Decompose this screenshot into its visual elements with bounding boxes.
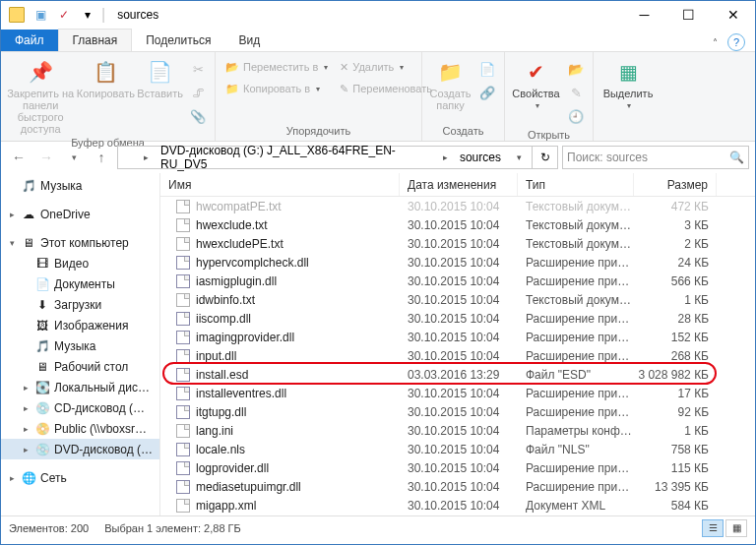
file-name: locale.nls [196,443,245,456]
sidebar-item[interactable]: ▸💽Локальный дис… [1,377,159,397]
sidebar-item[interactable]: ▸☁OneDrive [1,204,159,224]
sidebar-item[interactable]: 📄Документы [1,273,159,294]
file-date: 30.10.2015 10:04 [400,424,518,438]
address-bar[interactable]: ▸ DVD-дисковод (G:) J_ALL_X86-64FRE_EN-R… [117,146,558,169]
tab-file[interactable]: Файл [1,30,58,51]
col-name[interactable]: Имя [160,173,400,196]
back-button[interactable]: ← [7,146,31,169]
tab-share[interactable]: Поделиться [132,30,224,51]
address-dropdown[interactable]: ▾ [507,146,533,169]
file-row[interactable]: hwcompatPE.txt30.10.2015 10:04Текстовый … [160,197,755,215]
sidebar-item[interactable]: 🖼Изображения [1,315,159,335]
sidebar-item[interactable]: ▸💿DVD-дисковод (… [1,439,159,459]
file-row[interactable]: locale.nls30.10.2015 10:04Файл "NLS"758 … [160,440,755,458]
file-list[interactable]: hwcompatPE.txt30.10.2015 10:04Текстовый … [160,197,755,515]
file-name: hwexclude.txt [196,218,268,232]
file-row[interactable]: logprovider.dll30.10.2015 10:04Расширени… [160,458,755,477]
sidebar-item[interactable]: ▸💿CD-дисковод (… [1,397,159,418]
col-type[interactable]: Тип [518,173,634,196]
sidebar-item[interactable]: ▸🌐Сеть [1,467,159,488]
close-button[interactable]: ✕ [711,1,755,28]
file-icon [176,368,190,382]
file-name: install.esd [196,368,248,382]
file-size: 584 КБ [634,499,717,513]
sidebar-item[interactable]: ▾🖥Этот компьютер [1,232,159,253]
qat-dropdown[interactable]: ▾ [78,5,97,25]
qat-properties[interactable]: ▣ [31,5,50,25]
file-icon [176,443,190,456]
file-row[interactable]: idwbinfo.txt30.10.2015 10:04Текстовый до… [160,290,755,309]
minimize-button[interactable]: ─ [622,1,666,28]
help-button[interactable]: ? [727,33,745,51]
sidebar-item-label: DVD-дисковод (… [54,443,153,456]
up-button[interactable]: ↑ [90,146,113,169]
file-row[interactable]: hwexcludePE.txt30.10.2015 10:04Текстовый… [160,234,755,253]
file-row[interactable]: input.dll30.10.2015 10:04Расширение при…… [160,346,755,365]
sidebar-item[interactable]: 🎞Видео [1,253,159,273]
file-row[interactable]: hwexclude.txt30.10.2015 10:04Текстовый д… [160,215,755,234]
file-name: hypervcomplcheck.dll [196,256,309,270]
file-type: Расширение при… [518,349,634,363]
sidebar-item[interactable]: 🖥Рабочий стол [1,356,159,377]
pin-icon: 📌 [26,58,55,86]
forward-button[interactable]: → [34,146,58,169]
crumb-drive[interactable]: DVD-дисковод (G:) J_ALL_X86-64FRE_EN-RU_… [155,147,454,168]
expand-icon[interactable]: ▸ [7,210,17,219]
crumb-folder[interactable]: sources [454,147,507,168]
tab-view[interactable]: Вид [224,30,274,51]
folder-icon: 🖥 [21,235,36,251]
sidebar-item[interactable]: 🎵Музыка [1,175,159,196]
expand-icon[interactable]: ▾ [7,238,17,248]
maximize-button[interactable]: ☐ [666,1,711,28]
file-size: 24 КБ [634,256,717,270]
file-type: Документ XML [518,499,634,513]
folder-icon: ⬇ [34,297,50,313]
select-button[interactable]: ▦ Выделить ▾ [599,56,657,110]
open-button[interactable]: 📂 [565,58,587,80]
sidebar-item-label: Рабочий стол [54,360,128,374]
recent-dropdown[interactable]: ▾ [62,146,86,169]
sidebar-item[interactable]: 🎵Музыка [1,335,159,356]
view-details[interactable]: ☰ [702,519,724,537]
pin-button[interactable]: 📌 Закрепить на панели быстрого доступа [7,56,74,135]
file-row[interactable]: imagingprovider.dll30.10.2015 10:04Расши… [160,328,755,346]
file-type: Расширение при… [518,312,634,326]
file-type: Расширение при… [518,387,634,400]
expand-icon[interactable]: ▸ [21,424,31,434]
file-row[interactable]: mediasetupuimgr.dll30.10.2015 10:04Расши… [160,477,755,496]
group-open-label: Открыть [511,127,587,145]
sidebar-item[interactable]: ▸📀Public (\\vboxsr… [1,418,159,439]
properties-button[interactable]: ✔ Свойства ▾ [511,56,561,110]
view-icons[interactable]: ▦ [725,519,747,537]
col-size[interactable]: Размер [634,173,717,196]
file-icon [176,461,190,475]
file-row[interactable]: installeventres.dll30.10.2015 10:04Расши… [160,384,755,402]
sidebar-item[interactable]: ⬇Загрузки [1,294,159,315]
expand-icon[interactable]: ▸ [21,403,31,413]
titlebar[interactable]: ▣ ✓ ▾ | sources ─ ☐ ✕ [1,1,755,28]
ribbon-collapse[interactable]: ˄ [713,37,718,48]
tab-home[interactable]: Главная [58,29,133,51]
file-row[interactable]: iasmigplugin.dll30.10.2015 10:04Расширен… [160,272,755,290]
file-size: 566 КБ [634,274,717,288]
paste-icon: 📄 [146,58,175,86]
file-row[interactable]: iiscomp.dll30.10.2015 10:04Расширение пр… [160,309,755,328]
expand-icon[interactable]: ▸ [21,445,31,454]
expand-icon[interactable]: ▸ [7,473,17,483]
qat-newfolder[interactable]: ✓ [54,5,74,25]
file-row[interactable]: migapp.xml30.10.2015 10:04Документ XML58… [160,496,755,515]
expand-icon[interactable]: ▸ [21,383,31,393]
file-row[interactable]: lang.ini30.10.2015 10:04Параметры конф…1… [160,421,755,440]
search-input[interactable]: Поиск: sources 🔍 [562,146,749,169]
file-row[interactable]: hypervcomplcheck.dll30.10.2015 10:04Расш… [160,253,755,272]
file-row[interactable]: install.esd03.03.2016 13:29Файл "ESD"3 0… [160,365,755,384]
file-row[interactable]: itgtupg.dll30.10.2015 10:04Расширение пр… [160,402,755,421]
folder-icon: 💿 [34,442,50,457]
easyaccess-button: 🔗 [476,82,498,103]
crumb-drive-icon[interactable]: ▸ [118,147,155,168]
refresh-button[interactable]: ↻ [532,146,557,169]
search-icon: 🔍 [729,151,744,164]
file-header[interactable]: Имя Дата изменения Тип Размер [160,173,755,197]
sidebar[interactable]: 🎵Музыка▸☁OneDrive▾🖥Этот компьютер🎞Видео📄… [1,173,160,515]
col-date[interactable]: Дата изменения [400,173,518,196]
